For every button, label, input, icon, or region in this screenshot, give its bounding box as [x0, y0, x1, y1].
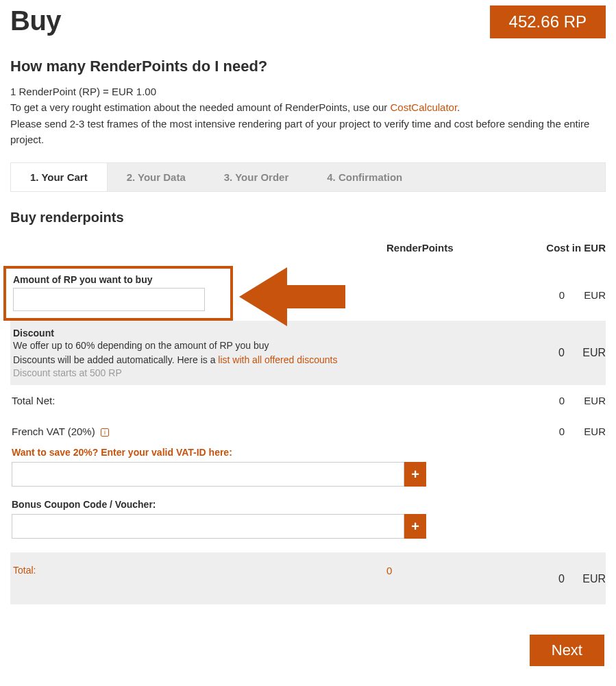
intro-line-2: To get a very rought estimation about th… — [10, 99, 606, 115]
discount-line-1: We offer up to 60% depending on the amou… — [13, 339, 386, 353]
add-vat-id-button[interactable]: + — [404, 462, 426, 487]
vat-row: French VAT (20%) i 0 EUR — [10, 416, 606, 447]
vat-label: French VAT (20%) — [12, 426, 95, 437]
coupon-input-row: + — [12, 514, 426, 539]
amount-cost-value: 0 — [510, 266, 565, 310]
tab-your-order[interactable]: 3. Your Order — [205, 163, 308, 191]
amount-label: Amount of RP you want to buy — [13, 274, 223, 285]
checkout-tabs: 1. Your Cart 2. Your Data 3. Your Order … — [10, 162, 606, 192]
intro-line-2b: . — [457, 101, 460, 113]
vat-currency: EUR — [565, 426, 606, 437]
coupon-input[interactable] — [12, 514, 404, 539]
svg-marker-0 — [239, 267, 345, 326]
intro-question: How many RenderPoints do I need? — [10, 58, 606, 75]
total-net-value: 0 — [510, 395, 565, 406]
amount-cost-currency: EUR — [565, 266, 606, 310]
intro-line-2a: To get a very rought estimation about th… — [10, 101, 391, 113]
vat-value: 0 — [510, 426, 565, 437]
vat-id-input[interactable] — [12, 462, 404, 487]
total-rp-value: 0 — [386, 565, 510, 576]
total-net-currency: EUR — [565, 395, 606, 406]
balance-badge: 452.66 RP — [490, 5, 606, 38]
costcalculator-link[interactable]: CostCalculator — [391, 101, 458, 113]
vat-save-label: Want to save 20%? Enter your valid VAT-I… — [10, 447, 606, 458]
discount-block: Discount We offer up to 60% depending on… — [10, 321, 606, 385]
tab-your-data[interactable]: 2. Your Data — [108, 163, 205, 191]
discounts-list-link[interactable]: list with all offered discounts — [218, 354, 337, 365]
add-coupon-button[interactable]: + — [404, 514, 426, 539]
tab-your-cart[interactable]: 1. Your Cart — [10, 162, 108, 191]
discount-title: Discount — [13, 328, 386, 339]
discount-line-2: Discounts will be added automatically. H… — [13, 353, 386, 367]
info-icon[interactable]: i — [101, 428, 109, 437]
cart-grid: RenderPoints Cost in EUR Amount of RP yo… — [10, 238, 606, 604]
total-block: Total: 0 0 EUR — [10, 552, 606, 604]
amount-highlight-box: Amount of RP you want to buy — [3, 266, 233, 321]
total-label: Total: — [10, 565, 386, 576]
arrow-icon — [239, 266, 349, 328]
total-cost-value: 0 — [510, 565, 565, 585]
intro-text: 1 RenderPoint (RP) = EUR 1.00 To get a v… — [10, 84, 606, 147]
discount-line-3: Discount starts at 500 RP — [13, 367, 386, 378]
total-net-label: Total Net: — [10, 395, 386, 406]
total-cost-currency: EUR — [565, 565, 606, 585]
intro-line-3: Please send 2-3 test frames of the most … — [10, 116, 606, 148]
col-head-cost: Cost in EUR — [510, 238, 606, 266]
intro-line-1: 1 RenderPoint (RP) = EUR 1.00 — [10, 84, 606, 99]
page-title: Buy — [10, 5, 61, 36]
next-button[interactable]: Next — [530, 635, 604, 666]
buy-renderpoints-title: Buy renderpoints — [10, 210, 606, 225]
vat-id-input-row: + — [12, 462, 426, 487]
discount-line-2a: Discounts will be added automatically. H… — [13, 354, 218, 365]
discount-currency: EUR — [565, 347, 606, 359]
discount-value: 0 — [510, 347, 565, 359]
tab-confirmation[interactable]: 4. Confirmation — [308, 163, 421, 191]
col-head-renderpoints: RenderPoints — [386, 238, 510, 266]
total-net-row: Total Net: 0 EUR — [10, 385, 606, 416]
amount-input[interactable] — [13, 288, 205, 311]
coupon-label: Bonus Coupon Code / Voucher: — [10, 499, 606, 510]
